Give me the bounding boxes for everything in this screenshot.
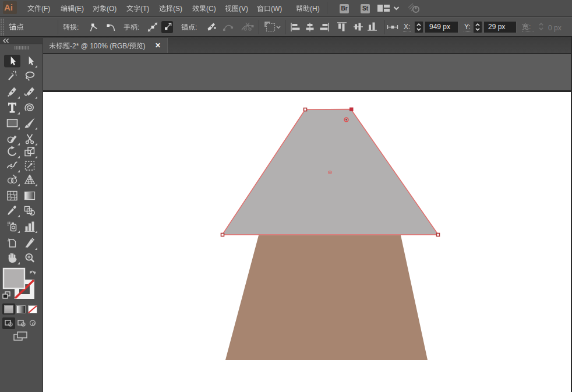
svg-text::: :: [77, 23, 79, 31]
svg-text:(H): (H): [310, 5, 320, 13]
svg-text:(W): (W): [271, 5, 282, 13]
svg-text::: :: [529, 23, 531, 31]
svg-text:(S): (S): [173, 5, 182, 13]
svg-text:(E): (E): [75, 5, 84, 13]
svg-text::: :: [195, 23, 197, 31]
svg-text:(O): (O): [107, 5, 116, 13]
svg-text:(F): (F): [41, 5, 50, 13]
svg-text:(C): (C): [206, 5, 216, 13]
svg-text::: :: [137, 23, 139, 31]
svg-text:(T): (T): [140, 5, 149, 13]
svg-text:): ): [143, 42, 146, 50]
svg-text:(V): (V): [239, 5, 248, 13]
svg-text:-2* @ 100% (RGB/: -2* @ 100% (RGB/: [70, 42, 129, 50]
